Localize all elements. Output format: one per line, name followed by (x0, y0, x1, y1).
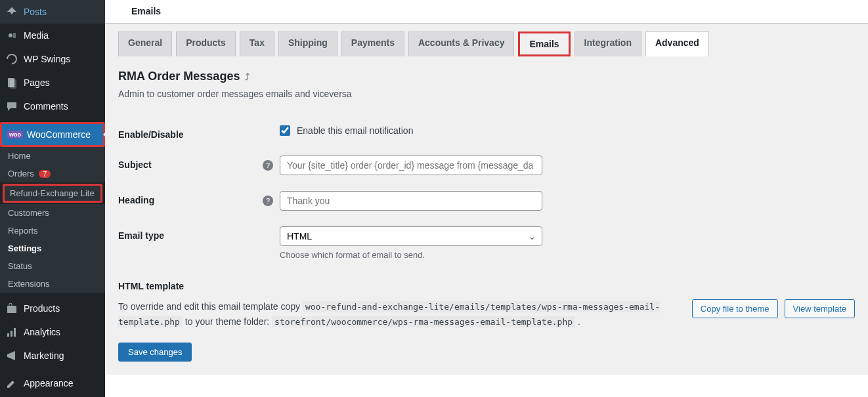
subject-input[interactable] (280, 156, 542, 175)
email-settings-form: Enable/Disable Enable this email notific… (118, 117, 855, 268)
menu-label: Pages (24, 77, 50, 88)
settings-tabs: General Products Tax Shipping Payments A… (118, 24, 855, 56)
submenu-reports[interactable]: Reports (0, 222, 105, 240)
submenu-label: Orders (8, 169, 34, 178)
menu-analytics[interactable]: Analytics (0, 320, 105, 344)
menu-label: Analytics (24, 327, 60, 337)
woo-icon: woo (7, 131, 23, 138)
active-indicator-icon (103, 129, 105, 140)
submenu-status[interactable]: Status (0, 257, 105, 275)
svg-rect-3 (7, 306, 16, 313)
main-content: Emails General Products Tax Shipping Pay… (105, 0, 868, 397)
heading-input[interactable] (280, 191, 542, 211)
tab-integration[interactable]: Integration (575, 31, 641, 56)
comment-icon (5, 100, 18, 113)
submenu-extensions[interactable]: Extensions (0, 275, 105, 293)
pages-icon (5, 76, 18, 89)
marketing-icon (5, 349, 18, 362)
svg-rect-4 (7, 333, 9, 337)
email-type-select[interactable]: HTML (280, 226, 542, 246)
submenu-orders[interactable]: Orders 7 (0, 165, 105, 182)
enable-checkbox-label: Enable this email notification (297, 125, 413, 136)
help-icon[interactable]: ? (263, 196, 273, 206)
svg-rect-5 (11, 331, 12, 337)
save-changes-button[interactable]: Save changes (118, 343, 192, 362)
help-icon[interactable]: ? (263, 160, 273, 171)
tab-general[interactable]: General (118, 31, 172, 56)
tab-emails[interactable]: Emails (518, 31, 570, 56)
tab-shipping[interactable]: Shipping (278, 31, 337, 56)
menu-posts[interactable]: Posts (0, 0, 105, 24)
view-template-button[interactable]: View template (785, 299, 855, 318)
section-title: RMA Order Messages ⤴ (118, 70, 855, 83)
analytics-icon (5, 325, 18, 339)
menu-label: Appearance (24, 378, 74, 388)
menu-label: Posts (24, 7, 47, 17)
admin-sidebar: Posts Media WP Swings Pages Comments woo… (0, 0, 105, 397)
menu-media[interactable]: Media (0, 24, 105, 47)
menu-label: WP Swings (24, 54, 70, 64)
pin-icon (5, 5, 18, 18)
tab-accounts-privacy[interactable]: Accounts & Privacy (408, 31, 515, 56)
subject-label: Subject (118, 156, 263, 170)
svg-point-0 (9, 33, 12, 37)
menu-label: Marketing (24, 350, 64, 361)
tab-tax[interactable]: Tax (240, 31, 274, 56)
products-icon (5, 302, 18, 315)
tab-products[interactable]: Products (176, 31, 236, 56)
orders-count-badge: 7 (39, 170, 51, 178)
svg-rect-6 (14, 328, 16, 337)
submenu-settings[interactable]: Settings (0, 240, 105, 257)
menu-label: Media (24, 30, 49, 41)
menu-label: WooCommerce (27, 129, 91, 140)
heading-label: Heading (118, 191, 263, 205)
tab-payments[interactable]: Payments (341, 31, 404, 56)
menu-marketing[interactable]: Marketing (0, 344, 105, 367)
email-type-label: Email type (118, 226, 263, 241)
page-title: Emails (131, 6, 855, 16)
page-header: Emails (105, 0, 868, 24)
enable-checkbox[interactable] (280, 125, 290, 136)
menu-woocommerce[interactable]: woo WooCommerce (0, 122, 105, 147)
media-icon (5, 29, 18, 42)
section-title-text: RMA Order Messages (118, 70, 240, 83)
svg-rect-2 (10, 79, 16, 89)
menu-label: Products (24, 303, 60, 314)
template-header: HTML template (118, 281, 855, 291)
template-description: To override and edit this email template… (118, 299, 679, 329)
menu-comments[interactable]: Comments (0, 94, 105, 118)
menu-label: Comments (24, 101, 68, 112)
appearance-icon (5, 377, 18, 390)
submenu-home[interactable]: Home (0, 147, 105, 165)
copy-file-button[interactable]: Copy file to theme (692, 299, 778, 318)
menu-appearance[interactable]: Appearance (0, 371, 105, 395)
menu-pages[interactable]: Pages (0, 71, 105, 94)
back-arrow-icon[interactable]: ⤴ (245, 72, 250, 82)
tab-advanced[interactable]: Advanced (645, 31, 709, 56)
template-dest-path: storefront/woocommerce/wps-rma-messages-… (272, 316, 575, 327)
email-type-description: Choose which format of email to send. (280, 250, 542, 260)
section-description: Admin to customer order messages emails … (118, 89, 855, 99)
swings-icon (5, 52, 18, 66)
menu-wpswings[interactable]: WP Swings (0, 47, 105, 71)
enable-label: Enable/Disable (118, 125, 263, 140)
submenu-customers[interactable]: Customers (0, 204, 105, 222)
menu-products[interactable]: Products (0, 297, 105, 320)
submenu-refund-exchange[interactable]: Refund-Exchange Lite (3, 184, 102, 203)
